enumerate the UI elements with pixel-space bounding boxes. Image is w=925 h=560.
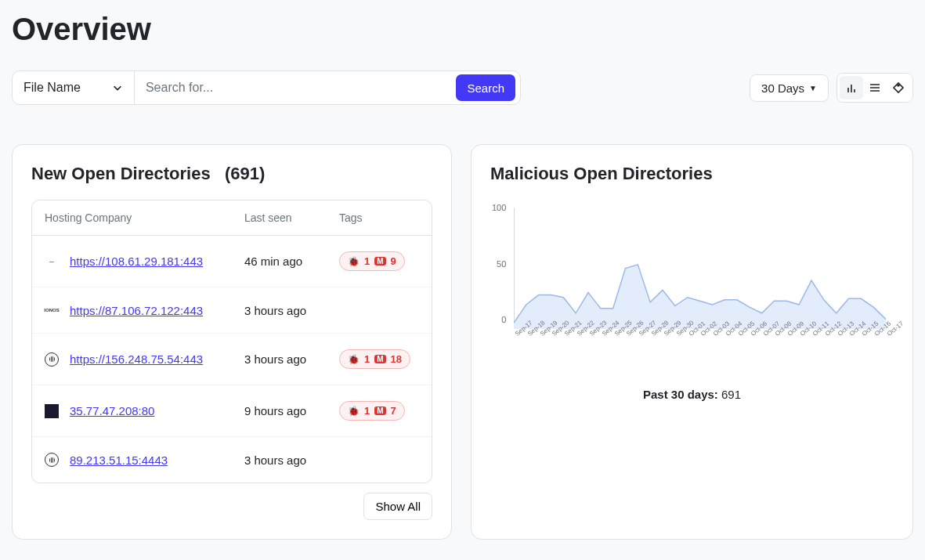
host-url-link[interactable]: https://108.61.29.181:443	[70, 255, 203, 268]
chart-area: 100 50 0 Sep-17Sep-18Sep-19Sep-20Sep-21S…	[514, 208, 886, 356]
col-last-seen: Last seen	[232, 201, 327, 236]
threat-tag-pill[interactable]: 🐞1M9	[339, 251, 405, 271]
tags-cell: 🐞1M9	[327, 236, 432, 287]
toolbar: File Name Search 30 Days ▼	[12, 70, 913, 105]
search-filter-select[interactable]: File Name	[13, 71, 135, 104]
host-company-icon	[45, 352, 59, 367]
table-row: IONOShttps://87.106.72.122:4433 hours ag…	[32, 287, 432, 334]
tags-cell: 🐞1M18	[327, 334, 432, 385]
bug-icon: 🐞	[348, 354, 360, 365]
table-row: https://156.248.75.54:4433 hours ago🐞1M1…	[32, 334, 432, 385]
table-row: —https://108.61.29.181:44346 min ago🐞1M9	[32, 236, 432, 287]
page-title: Overview	[12, 12, 913, 47]
directories-table: Hosting Company Last seen Tags —https://…	[32, 201, 432, 482]
last-seen-cell: 9 hours ago	[232, 385, 327, 437]
threat-tag-pill[interactable]: 🐞1M18	[339, 349, 410, 369]
m-badge: M	[374, 355, 385, 363]
view-chart-button[interactable]	[840, 76, 863, 99]
m-badge: M	[374, 406, 385, 415]
tags-cell: 🐞1M7	[327, 385, 432, 437]
col-hosting-company: Hosting Company	[32, 201, 232, 236]
host-url-link[interactable]: 35.77.47.208:80	[70, 404, 154, 417]
search-group: File Name Search	[12, 70, 521, 105]
host-company-icon	[45, 453, 59, 467]
view-toggle	[836, 73, 913, 103]
bug-icon: 🐞	[348, 256, 360, 267]
caret-down-icon: ▼	[809, 84, 817, 92]
host-url-link[interactable]: 89.213.51.15:4443	[70, 453, 168, 467]
host-company-icon	[45, 404, 59, 418]
threat-tag-pill[interactable]: 🐞1M7	[339, 401, 405, 421]
cards-row: New Open Directories (691) Hosting Compa…	[12, 144, 913, 540]
card-title: New Open Directories (691)	[31, 164, 432, 184]
host-url-link[interactable]: https://156.248.75.54:443	[70, 352, 203, 366]
time-range-label: 30 Days	[761, 81, 804, 95]
last-seen-cell: 46 min ago	[232, 236, 327, 287]
line-chart	[514, 208, 886, 329]
bar-chart-icon	[845, 81, 858, 94]
list-icon	[869, 81, 881, 94]
chart-summary: Past 30 days: 691	[490, 388, 894, 401]
svg-point-6	[898, 85, 899, 86]
tags-cell	[327, 287, 432, 334]
m-badge: M	[374, 257, 385, 266]
tag-icon	[892, 81, 905, 94]
last-seen-cell: 3 hours ago	[232, 437, 327, 483]
view-tag-button[interactable]	[887, 76, 910, 99]
view-list-button[interactable]	[863, 76, 887, 99]
host-company-icon: —	[45, 255, 59, 269]
new-open-directories-card: New Open Directories (691) Hosting Compa…	[12, 144, 452, 540]
malicious-directories-card: Malicious Open Directories 100 50 0 Sep-…	[471, 144, 913, 540]
last-seen-cell: 3 hours ago	[232, 334, 327, 385]
col-tags: Tags	[327, 201, 432, 236]
search-input[interactable]	[135, 71, 457, 104]
time-range-dropdown[interactable]: 30 Days ▼	[750, 74, 829, 102]
right-controls: 30 Days ▼	[750, 73, 913, 103]
tags-cell	[327, 437, 432, 483]
host-company-icon: IONOS	[45, 303, 59, 317]
chevron-down-icon	[112, 82, 123, 93]
search-button[interactable]: Search	[456, 74, 515, 101]
search-filter-label: File Name	[23, 81, 81, 95]
host-url-link[interactable]: https://87.106.72.122:443	[70, 304, 203, 317]
table-row: 89.213.51.15:44433 hours ago	[32, 437, 432, 483]
directories-table-wrap: Hosting Company Last seen Tags —https://…	[31, 200, 432, 483]
bug-icon: 🐞	[348, 406, 360, 417]
show-all-button[interactable]: Show All	[363, 493, 432, 520]
last-seen-cell: 3 hours ago	[232, 287, 327, 334]
chart-y-ticks: 100 50 0	[492, 203, 506, 324]
table-row: 35.77.47.208:809 hours ago🐞1M7	[32, 385, 432, 437]
card-title: Malicious Open Directories	[490, 164, 894, 184]
chart-x-ticks: Sep-17Sep-18Sep-19Sep-20Sep-21Sep-22Sep-…	[514, 332, 886, 339]
